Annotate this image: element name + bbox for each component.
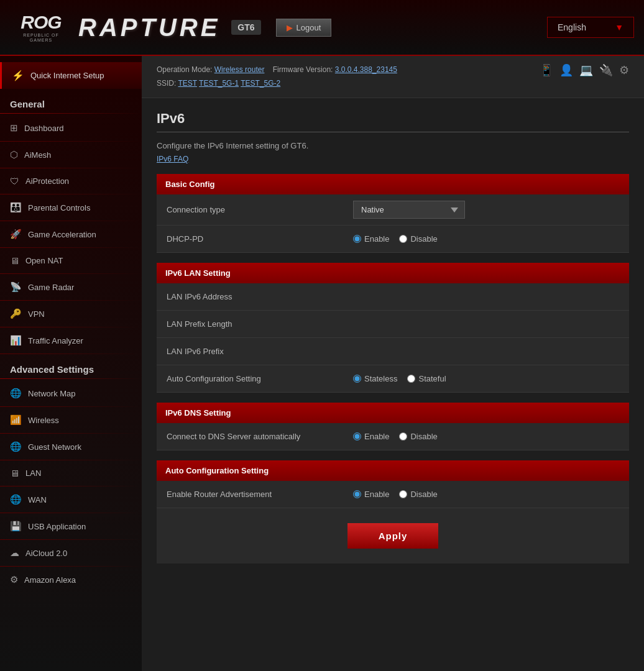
quick-internet-setup-button[interactable]: ⚡ Quick Internet Setup bbox=[0, 62, 142, 89]
divider bbox=[0, 460, 142, 460]
apply-button[interactable]: Apply bbox=[347, 523, 439, 549]
sidebar-item-aimesh[interactable]: ⬡ AiMesh bbox=[0, 143, 142, 167]
settings-icon[interactable]: ⚙ bbox=[619, 63, 629, 77]
header-right: English ▼ bbox=[547, 17, 634, 38]
dns-disable-radio[interactable] bbox=[399, 432, 407, 440]
router-adv-enable-radio[interactable] bbox=[353, 490, 361, 498]
divider bbox=[0, 273, 142, 274]
mobile-icon[interactable]: 📱 bbox=[540, 63, 553, 77]
sidebar-item-open-nat[interactable]: 🖥 Open NAT bbox=[0, 249, 142, 272]
sidebar-item-label: VPN bbox=[28, 309, 45, 319]
sidebar-item-network-map[interactable]: 🌐 Network Map bbox=[0, 381, 142, 405]
ipv6-lan-table: LAN IPv6 Address LAN Prefix Length LAN I… bbox=[157, 283, 629, 393]
sidebar-item-aicloud[interactable]: ☁ AiCloud 2.0 bbox=[0, 541, 142, 565]
lan-ipv6-address-label: LAN IPv6 Address bbox=[157, 283, 343, 311]
router-adv-disable-radio[interactable] bbox=[399, 490, 407, 498]
lan-icon: 🖥 bbox=[10, 468, 19, 478]
logout-button[interactable]: Logout bbox=[276, 19, 332, 37]
stateless-label[interactable]: Stateless bbox=[353, 374, 397, 383]
dns-enable-label[interactable]: Enable bbox=[353, 432, 389, 441]
ssid-value-3[interactable]: TEST_5G-2 bbox=[241, 79, 280, 88]
router-adv-disable-label[interactable]: Disable bbox=[399, 490, 437, 499]
sidebar-item-dashboard[interactable]: ⊞ Dashboard bbox=[0, 116, 142, 140]
aiprotection-icon: 🛡 bbox=[10, 176, 19, 186]
sidebar-item-game-acceleration[interactable]: 🚀 Game Acceleration bbox=[0, 222, 142, 246]
divider bbox=[0, 194, 142, 194]
ipv6-dns-table: Connect to DNS Server automatically Enab… bbox=[157, 423, 629, 450]
stateful-radio[interactable] bbox=[407, 375, 415, 383]
sidebar-item-amazon-alexa[interactable]: ⚙ Amazon Alexa bbox=[0, 568, 142, 591]
dns-enable-radio[interactable] bbox=[353, 432, 361, 440]
divider bbox=[0, 354, 142, 354]
dhcp-pd-disable-label[interactable]: Disable bbox=[399, 234, 437, 244]
auto-config-control: Stateless Stateful bbox=[343, 365, 629, 393]
usb-status-icon[interactable]: 🔌 bbox=[599, 63, 613, 77]
dhcp-pd-enable-label[interactable]: Enable bbox=[353, 234, 389, 244]
sidebar-item-label: Game Radar bbox=[28, 283, 74, 292]
language-selector[interactable]: English ▼ bbox=[547, 17, 634, 38]
divider bbox=[0, 486, 142, 486]
status-icons: 📱 👤 💻 🔌 ⚙ bbox=[540, 63, 629, 77]
sidebar-item-lan[interactable]: 🖥 LAN bbox=[0, 462, 142, 485]
router-adv-row: Enable Router Advertisement Enable Disab… bbox=[157, 481, 629, 508]
sidebar-item-usb-application[interactable]: 💾 USB Application bbox=[0, 514, 142, 538]
basic-config-header: Basic Config bbox=[157, 174, 629, 194]
lan-ipv6-address-row: LAN IPv6 Address bbox=[157, 283, 629, 311]
auto-config-radio-group: Stateless Stateful bbox=[353, 374, 619, 383]
divider bbox=[0, 566, 142, 567]
language-label: English bbox=[558, 22, 586, 32]
aicloud-icon: ☁ bbox=[10, 547, 19, 559]
sidebar-item-vpn[interactable]: 🔑 VPN bbox=[0, 302, 142, 326]
divider bbox=[0, 300, 142, 301]
stateless-radio[interactable] bbox=[353, 375, 361, 383]
dns-disable-text: Disable bbox=[410, 432, 437, 441]
router-adv-disable-text: Disable bbox=[410, 490, 437, 499]
status-bar: Operation Mode: Wireless router Firmware… bbox=[142, 56, 644, 98]
status-info: Operation Mode: Wireless router Firmware… bbox=[157, 63, 397, 90]
sidebar-item-traffic-analyzer[interactable]: 📊 Traffic Analyzer bbox=[0, 329, 142, 352]
sidebar-item-label: Dashboard bbox=[24, 124, 64, 133]
sidebar-item-game-radar[interactable]: 📡 Game Radar bbox=[0, 275, 142, 299]
operation-mode-value[interactable]: Wireless router bbox=[214, 65, 265, 74]
sidebar-item-label: AiCloud 2.0 bbox=[25, 549, 67, 558]
sidebar-item-guest-network[interactable]: 🌐 Guest Network bbox=[0, 435, 142, 459]
open-nat-icon: 🖥 bbox=[10, 255, 19, 266]
ipv6-faq-link[interactable]: IPv6 FAQ bbox=[157, 155, 188, 163]
auto-dns-control: Enable Disable bbox=[343, 423, 629, 450]
sidebar-item-aiprotection[interactable]: 🛡 AiProtection bbox=[0, 170, 142, 193]
sidebar-item-parental-controls[interactable]: 👪 Parental Controls bbox=[0, 196, 142, 219]
connection-type-select[interactable]: Native Passthrough Static IPv6 6to4 6in4… bbox=[353, 201, 465, 219]
user-icon[interactable]: 👤 bbox=[559, 63, 573, 77]
computer-icon[interactable]: 💻 bbox=[579, 63, 593, 77]
auto-config-setting-header: Auto Configuration Setting bbox=[157, 460, 629, 481]
sidebar-item-label: Parental Controls bbox=[28, 203, 90, 212]
ipv6-dns-header: IPv6 DNS Setting bbox=[157, 403, 629, 423]
vpn-icon: 🔑 bbox=[10, 308, 22, 319]
main-content: Operation Mode: Wireless router Firmware… bbox=[142, 56, 644, 671]
dhcp-pd-radio-group: Enable Disable bbox=[353, 234, 619, 244]
traffic-analyzer-icon: 📊 bbox=[10, 335, 22, 346]
divider bbox=[0, 247, 142, 248]
divider bbox=[0, 406, 142, 407]
dhcp-pd-enable-radio[interactable] bbox=[353, 235, 361, 243]
divider bbox=[0, 141, 142, 142]
lan-prefix-length-row: LAN Prefix Length bbox=[157, 311, 629, 338]
sidebar-item-label: Open NAT bbox=[25, 256, 63, 265]
dhcp-pd-row: DHCP-PD Enable Disable bbox=[157, 226, 629, 253]
firmware-value[interactable]: 3.0.0.4.388_23145 bbox=[335, 65, 397, 74]
lan-prefix-length-control bbox=[343, 311, 629, 338]
sidebar-item-wireless[interactable]: 📶 Wireless bbox=[0, 408, 142, 432]
basic-config-table: Connection type Native Passthrough Stati… bbox=[157, 194, 629, 253]
dns-disable-label[interactable]: Disable bbox=[399, 432, 437, 441]
dhcp-pd-disable-radio[interactable] bbox=[399, 235, 407, 243]
router-adv-enable-label[interactable]: Enable bbox=[353, 490, 389, 499]
ssid-value-2[interactable]: TEST_5G-1 bbox=[199, 79, 239, 88]
dhcp-pd-enable-text: Enable bbox=[364, 234, 389, 244]
lan-ipv6-prefix-row: LAN IPv6 Prefix bbox=[157, 338, 629, 365]
page-description: Configure the IPv6 Internet setting of G… bbox=[157, 141, 629, 150]
ssid-value-1[interactable]: TEST bbox=[178, 79, 196, 88]
stateful-label[interactable]: Stateful bbox=[407, 374, 446, 383]
sidebar-item-label: Network Map bbox=[28, 389, 76, 398]
sidebar-item-wan[interactable]: 🌐 WAN bbox=[0, 488, 142, 511]
sidebar-item-label: LAN bbox=[25, 468, 41, 478]
